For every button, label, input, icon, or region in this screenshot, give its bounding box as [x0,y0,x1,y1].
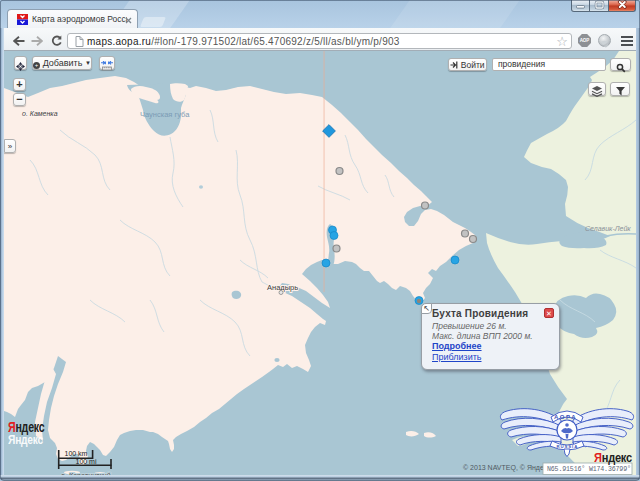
svg-text:100 mi: 100 mi [76,458,97,465]
svg-text:N65.91516° W174.36799°: N65.91516° W174.36799° [547,465,631,473]
svg-text:100 km: 100 km [65,450,88,457]
svg-text:RUSSIA: RUSSIA [557,444,579,449]
svg-text:Чаунская губа: Чаунская губа [140,110,190,119]
svg-text:Анадырь: Анадырь [267,283,298,292]
svg-text:АОРА: АОРА [554,414,577,420]
svg-text:Яндекс: Яндекс [8,431,44,447]
svg-text:о. Каменка: о. Каменка [22,110,58,117]
svg-text:© 2013 NAVTEQ, © Янде: © 2013 NAVTEQ, © Янде [463,464,544,472]
svg-text:Селавик-Лейк: Селавик-Лейк [585,225,631,232]
svg-text:Яндекс: Яндекс [594,450,632,465]
